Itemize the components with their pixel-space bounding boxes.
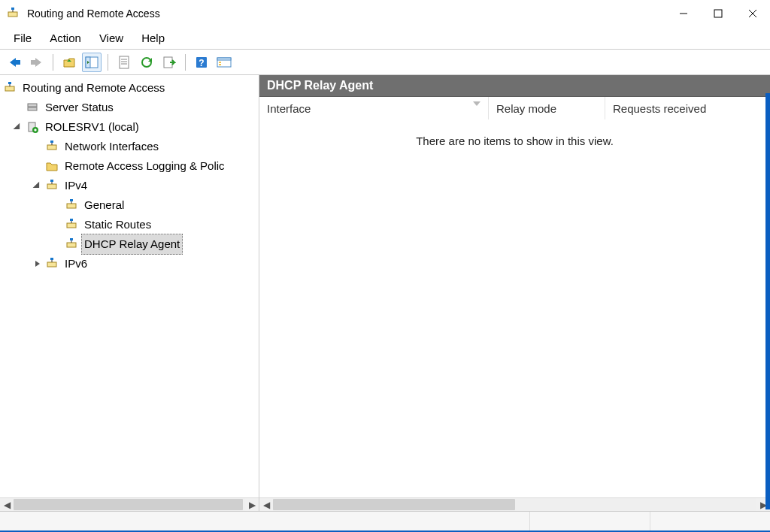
toolbar-separator	[53, 54, 53, 71]
window-title: Routing and Remote Access	[27, 8, 160, 20]
scroll-thumb[interactable]	[273, 499, 515, 510]
show-hide-tree-button[interactable]	[82, 53, 102, 72]
main-area: Routing and Remote Access Server Status …	[0, 75, 770, 511]
expand-icon[interactable]	[32, 258, 44, 270]
svg-rect-23	[8, 82, 11, 84]
pane-title: DHCP Relay Agent	[259, 75, 770, 97]
expand-icon[interactable]	[32, 180, 44, 192]
tree-ipv4[interactable]: IPv4	[0, 176, 259, 195]
minimize-button[interactable]	[666, 0, 701, 27]
svg-rect-34	[67, 204, 76, 208]
scroll-left-icon[interactable]: ◀	[0, 498, 14, 512]
column-requests-received-label: Requests received	[613, 102, 706, 115]
title-bar: Routing and Remote Access	[0, 0, 770, 27]
svg-rect-19	[219, 62, 221, 63]
column-interface[interactable]: Interface	[259, 97, 489, 119]
routing-icon	[65, 198, 78, 212]
routing-icon	[45, 257, 59, 271]
tree-general-label: General	[81, 195, 127, 216]
svg-text:?: ?	[199, 58, 204, 68]
tree-static-routes[interactable]: Static Routes	[0, 215, 259, 234]
routing-icon	[3, 81, 17, 95]
tree-remote-access-logging-label: Remote Access Logging & Polic	[62, 156, 228, 177]
routing-icon	[45, 140, 59, 153]
list-hscroll[interactable]: ◀ ▶	[259, 497, 770, 511]
help-button[interactable]: ?	[192, 53, 211, 72]
tree-network-interfaces-label: Network Interfaces	[62, 136, 162, 157]
svg-rect-20	[219, 64, 221, 65]
svg-rect-37	[67, 223, 76, 228]
list-body: There are no items to show in this view.	[259, 119, 770, 497]
routing-icon	[65, 237, 78, 251]
empty-message: There are no items to show in this view.	[416, 135, 614, 147]
refresh-button[interactable]	[137, 53, 156, 72]
tree-static-routes-label: Static Routes	[81, 214, 154, 235]
svg-rect-0	[8, 12, 17, 17]
svg-rect-21	[5, 86, 14, 91]
column-relay-mode[interactable]: Relay mode	[489, 97, 605, 119]
app-icon	[6, 7, 20, 20]
svg-rect-39	[70, 219, 73, 221]
right-edge-highlight	[765, 93, 770, 509]
details-pane: DHCP Relay Agent Interface Relay mode Re…	[259, 75, 770, 511]
maximize-button[interactable]	[701, 0, 735, 27]
tree[interactable]: Routing and Remote Access Server Status …	[0, 75, 259, 497]
expand-icon[interactable]	[12, 121, 24, 133]
column-requests-received[interactable]: Requests received	[605, 97, 770, 119]
svg-rect-31	[47, 184, 56, 189]
scroll-track[interactable]	[273, 498, 756, 511]
scroll-thumb[interactable]	[14, 499, 243, 510]
scroll-left-icon[interactable]: ◀	[259, 498, 273, 512]
sort-indicator-icon	[473, 101, 480, 106]
tree-general[interactable]: General	[0, 195, 259, 215]
menu-bar: File Action View Help	[0, 27, 770, 50]
toolbar-separator	[185, 54, 186, 71]
svg-rect-28	[47, 145, 56, 150]
svg-rect-2	[11, 8, 14, 10]
toolbar-separator	[108, 54, 108, 71]
scroll-track[interactable]	[14, 498, 245, 511]
tree-dhcp-relay[interactable]: DHCP Relay Agent	[0, 234, 259, 254]
svg-rect-40	[67, 243, 76, 247]
menu-action[interactable]: Action	[42, 29, 89, 47]
tree-root[interactable]: Routing and Remote Access	[0, 78, 259, 98]
tree-server[interactable]: ROLESRV1 (local)	[0, 117, 259, 137]
tree-root-label: Routing and Remote Access	[20, 77, 168, 98]
svg-rect-45	[50, 258, 53, 260]
tree-network-interfaces[interactable]: Network Interfaces	[0, 137, 259, 156]
close-button[interactable]	[735, 0, 770, 27]
svg-rect-42	[70, 238, 73, 240]
svg-rect-30	[50, 141, 53, 143]
tree-ipv6[interactable]: IPv6	[0, 254, 259, 274]
svg-point-13	[142, 58, 151, 67]
folder-icon	[45, 159, 59, 173]
column-interface-label: Interface	[267, 102, 311, 115]
menu-view[interactable]: View	[92, 29, 131, 47]
properties-button[interactable]	[114, 53, 134, 72]
scroll-right-icon[interactable]: ▶	[245, 498, 259, 512]
forward-button[interactable]	[27, 53, 47, 72]
svg-rect-4	[714, 10, 722, 17]
server-icon	[26, 120, 39, 134]
status-cell	[529, 512, 650, 530]
svg-rect-25	[28, 107, 37, 110]
server-status-icon	[26, 101, 39, 114]
tree-server-label: ROLESRV1 (local)	[42, 116, 142, 138]
tree-hscroll[interactable]: ◀ ▶	[0, 497, 259, 511]
menu-help[interactable]: Help	[134, 29, 172, 47]
tree-dhcp-relay-label: DHCP Relay Agent	[81, 234, 183, 255]
menu-file[interactable]: File	[6, 29, 39, 47]
routing-icon	[45, 179, 59, 192]
up-button[interactable]	[59, 53, 79, 72]
column-relay-mode-label: Relay mode	[496, 102, 556, 115]
tree-server-status[interactable]: Server Status	[0, 98, 259, 117]
status-bar	[0, 511, 770, 530]
status-cell	[0, 512, 529, 530]
export-button[interactable]	[159, 53, 179, 72]
tree-pane: Routing and Remote Access Server Status …	[0, 75, 259, 511]
svg-rect-36	[70, 199, 73, 201]
tree-remote-access-logging[interactable]: Remote Access Logging & Polic	[0, 156, 259, 176]
back-button[interactable]	[5, 53, 24, 72]
window-list-button[interactable]	[214, 53, 234, 72]
svg-rect-33	[50, 180, 53, 182]
